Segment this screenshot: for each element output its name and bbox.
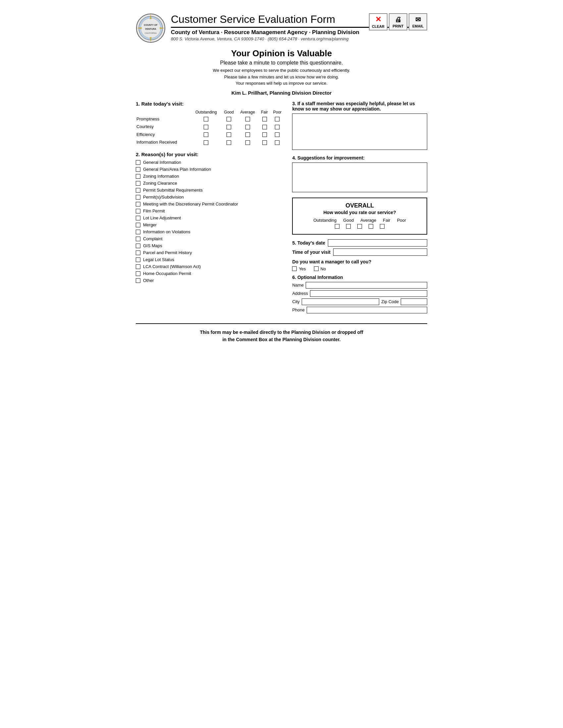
phone-input[interactable] xyxy=(307,307,427,313)
opinion-body-3: Your responses will help us improve our … xyxy=(136,80,427,87)
optional-section: 6. Optional Information Name Address Cit… xyxy=(292,275,427,313)
overall-checkbox[interactable] xyxy=(357,224,362,229)
rating-checkbox[interactable] xyxy=(204,140,208,145)
print-icon: 🖨 xyxy=(395,16,401,23)
rating-checkbox[interactable] xyxy=(226,125,231,129)
yes-checkbox[interactable] xyxy=(292,266,297,271)
seal: COUNTY OF VENTURA CALIFORNIA xyxy=(136,13,165,43)
rating-row: Information Received xyxy=(136,138,284,146)
reason-checkbox[interactable] xyxy=(136,174,140,179)
reason-checkbox[interactable] xyxy=(136,202,140,206)
reason-label: General Information xyxy=(143,160,181,165)
reason-checkbox[interactable] xyxy=(136,181,140,186)
time-input[interactable] xyxy=(333,249,427,256)
suggestions-textarea[interactable] xyxy=(292,162,427,192)
reason-label: Zoning Clearance xyxy=(143,181,177,186)
helpful-section: 3. If a staff member was especially help… xyxy=(292,101,427,151)
rating-checkbox-cell xyxy=(258,123,270,131)
rating-checkbox[interactable] xyxy=(204,132,208,137)
reason-label: Legal Lot Status xyxy=(143,257,174,262)
col-average: Average xyxy=(237,109,258,115)
reason-checkbox[interactable] xyxy=(136,278,140,283)
reason-checkbox[interactable] xyxy=(136,244,140,248)
reason-item: Lot Line Adjustment xyxy=(136,215,284,220)
rating-checkbox[interactable] xyxy=(204,125,208,129)
overall-col-label: Average xyxy=(360,218,376,223)
reason-item: GIS Maps xyxy=(136,243,284,248)
overall-col-label: Fair xyxy=(383,218,390,223)
reason-checkbox[interactable] xyxy=(136,209,140,213)
section3-header: 3. If a staff member was especially help… xyxy=(292,101,427,112)
overall-checkbox[interactable] xyxy=(380,224,385,229)
rating-checkbox[interactable] xyxy=(262,117,267,121)
rating-checkbox[interactable] xyxy=(245,125,250,129)
email-button[interactable]: ✉ EMAIL xyxy=(409,13,427,30)
left-column: 1. Rate today's visit: Outstanding Good … xyxy=(136,101,284,288)
reason-checkbox[interactable] xyxy=(136,264,140,269)
overall-col-check xyxy=(346,224,351,229)
address-row: Address xyxy=(292,290,427,297)
seal-svg: COUNTY OF VENTURA CALIFORNIA xyxy=(136,13,165,43)
col-outstanding: Outstanding xyxy=(191,109,221,115)
reason-checkbox[interactable] xyxy=(136,223,140,227)
reason-checkbox[interactable] xyxy=(136,216,140,220)
rating-checkbox[interactable] xyxy=(262,140,267,145)
reason-label: Other xyxy=(143,278,154,283)
agency-address: 800 S. Victoria Avenue, Ventura, CA 9300… xyxy=(171,36,427,41)
zip-input[interactable] xyxy=(401,298,427,305)
reason-checkbox[interactable] xyxy=(136,271,140,276)
reason-checkbox[interactable] xyxy=(136,250,140,255)
reason-checkbox[interactable] xyxy=(136,257,140,262)
opinion-subtitle: Please take a minute to complete this qu… xyxy=(136,60,427,66)
city-input[interactable] xyxy=(302,298,379,305)
col-poor: Poor xyxy=(270,109,285,115)
reason-checkbox[interactable] xyxy=(136,188,140,193)
no-checkbox[interactable] xyxy=(314,266,319,271)
reason-checkbox[interactable] xyxy=(136,167,140,172)
rating-checkbox-cell xyxy=(221,131,237,139)
yes-label: Yes xyxy=(299,266,306,271)
overall-checkboxes xyxy=(298,224,421,229)
rating-checkbox[interactable] xyxy=(262,132,267,137)
overall-checkbox[interactable] xyxy=(335,224,340,229)
rating-checkbox[interactable] xyxy=(275,132,279,137)
reason-item: Zoning Clearance xyxy=(136,181,284,186)
rating-checkbox-cell xyxy=(258,115,270,123)
date-input[interactable] xyxy=(328,239,427,247)
opinion-section: Your Opinion is Valuable Please take a m… xyxy=(136,48,427,96)
rating-row-label: Courtesy xyxy=(136,123,191,131)
opinion-body-1: We expect our employees to serve the pub… xyxy=(136,67,427,74)
rating-checkbox-cell xyxy=(191,123,221,131)
address-input[interactable] xyxy=(310,290,427,297)
rating-checkbox[interactable] xyxy=(204,117,208,121)
name-input[interactable] xyxy=(306,282,427,289)
rating-checkbox[interactable] xyxy=(245,132,250,137)
overall-checkbox[interactable] xyxy=(369,224,373,229)
overall-checkbox[interactable] xyxy=(346,224,351,229)
rating-checkbox[interactable] xyxy=(245,140,250,145)
reason-checkbox[interactable] xyxy=(136,195,140,200)
print-button[interactable]: 🖨 PRINT xyxy=(389,13,407,30)
rating-checkbox[interactable] xyxy=(275,140,279,145)
date-section: 5. Today's date Time of your visit xyxy=(292,239,427,256)
reason-checkbox[interactable] xyxy=(136,237,140,241)
reason-item: Complaint xyxy=(136,236,284,241)
rating-checkbox[interactable] xyxy=(275,125,279,129)
print-label: PRINT xyxy=(393,24,404,28)
helpful-textarea[interactable] xyxy=(292,114,427,150)
reason-checkbox[interactable] xyxy=(136,230,140,234)
rating-checkbox[interactable] xyxy=(262,125,267,129)
reason-item: Zoning Information xyxy=(136,174,284,179)
rating-checkbox[interactable] xyxy=(245,117,250,121)
reason-label: LCA Contract (Williamson Act) xyxy=(143,264,201,269)
manager-section: Do you want a manager to call you? Yes N… xyxy=(292,259,427,271)
rating-checkbox-cell xyxy=(237,115,258,123)
rating-checkbox[interactable] xyxy=(226,140,231,145)
clear-button[interactable]: ✕ CLEAR xyxy=(369,13,388,30)
rating-checkbox[interactable] xyxy=(226,117,231,121)
reason-checkbox[interactable] xyxy=(136,160,140,165)
reason-label: Lot Line Adjustment xyxy=(143,215,181,220)
rating-checkbox[interactable] xyxy=(275,117,279,121)
rating-checkbox[interactable] xyxy=(226,132,231,137)
manager-label: Do you want a manager to call you? xyxy=(292,259,427,264)
